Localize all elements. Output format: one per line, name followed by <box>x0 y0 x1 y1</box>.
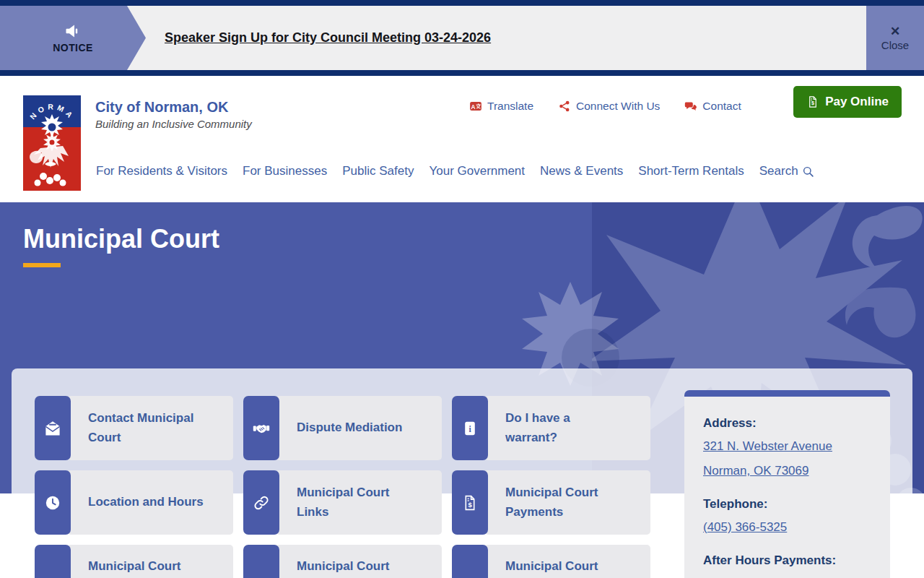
info-card-body: Address: 321 N. Webster Avenue Norman, O… <box>684 397 890 578</box>
nav-item-residents-visitors[interactable]: For Residents & Visitors <box>96 164 227 178</box>
telephone-link[interactable]: (405) 366-5325 <box>703 520 871 535</box>
translate-link[interactable]: Translate <box>469 100 533 113</box>
card-label: Dispute Mediation <box>276 396 442 460</box>
nav-item-short-term-rentals[interactable]: Short-Term Rentals <box>638 164 744 178</box>
site-tagline: Building an Inclusive Community <box>95 118 252 130</box>
page-title: Municipal Court <box>23 224 219 254</box>
notice-link[interactable]: Speaker Sign Up for City Council Meeting… <box>165 30 491 46</box>
site-title[interactable]: City of Norman, OK <box>95 98 252 116</box>
notice-close-button[interactable]: ✕ Close <box>866 6 924 70</box>
card-label: Contact Municipal Court <box>67 396 233 460</box>
address-label: Address: <box>703 416 871 431</box>
info-icon <box>452 396 488 460</box>
search-label: Search <box>759 164 798 178</box>
card-label: Municipal Court <box>484 545 650 578</box>
main-nav: For Residents & Visitors For Businesses … <box>96 164 814 178</box>
nav-item-public-safety[interactable]: Public Safety <box>342 164 414 178</box>
court-service-card[interactable]: Municipal Court Links <box>243 470 442 535</box>
notice-banner: NOTICE Speaker Sign Up for City Council … <box>0 0 924 76</box>
envelope-open-icon <box>35 396 71 460</box>
card-icon-blank <box>243 545 279 578</box>
contact-info-card: Address: 321 N. Webster Avenue Norman, O… <box>684 390 890 578</box>
card-column: Dispute MediationMunicipal Court LinksMu… <box>243 396 442 578</box>
court-service-card[interactable]: Location and Hours <box>35 470 233 535</box>
card-icon-blank <box>452 545 488 578</box>
court-service-card[interactable]: Contact Municipal Court <box>35 396 233 460</box>
court-service-card[interactable]: Municipal Court <box>243 545 442 578</box>
court-service-card[interactable]: Municipal Court Payments <box>452 470 650 535</box>
share-icon <box>558 100 571 113</box>
connect-label: Connect With Us <box>576 100 660 113</box>
card-label: Municipal Court Links <box>276 470 442 535</box>
notice-flag: NOTICE <box>0 6 146 70</box>
contact-link[interactable]: Contact <box>684 100 741 113</box>
title-accent-rule <box>23 263 61 267</box>
card-label: Location and Hours <box>67 470 233 535</box>
address-link-line1[interactable]: 321 N. Webster Avenue <box>703 439 871 454</box>
nav-item-news-events[interactable]: News & Events <box>540 164 623 178</box>
card-column: Contact Municipal CourtLocation and Hour… <box>35 396 233 578</box>
address-link-line2[interactable]: Norman, OK 73069 <box>703 464 871 478</box>
link-icon <box>243 470 279 535</box>
site-header: NORMAN City of Norman, OK Building an In… <box>0 76 924 202</box>
connect-with-us-link[interactable]: Connect With Us <box>558 100 660 113</box>
contact-label: Contact <box>702 100 741 113</box>
after-hours-label: After Hours Payments: <box>703 553 871 568</box>
comments-icon <box>684 100 697 113</box>
clock-icon <box>35 470 71 535</box>
content-panel: Contact Municipal CourtLocation and Hour… <box>12 368 912 578</box>
court-service-card[interactable]: Municipal Court <box>452 545 650 578</box>
search-icon <box>802 165 814 178</box>
close-label: Close <box>881 39 909 51</box>
utility-links: Translate Connect With Us Contact <box>469 100 741 113</box>
court-service-card[interactable]: Municipal Court <box>35 545 233 578</box>
pay-online-label: Pay Online <box>825 95 889 109</box>
card-label: Do I have a warrant? <box>484 396 650 460</box>
info-card-accent-bar <box>684 390 890 397</box>
notice-label: NOTICE <box>53 42 92 53</box>
card-label: Municipal Court <box>276 545 442 578</box>
translate-icon <box>469 100 482 113</box>
close-icon: ✕ <box>890 25 900 38</box>
nav-item-businesses[interactable]: For Businesses <box>243 164 327 178</box>
megaphone-icon <box>64 22 82 40</box>
card-label: Municipal Court <box>67 545 233 578</box>
handshake-icon <box>243 396 279 460</box>
nav-search[interactable]: Search <box>759 164 814 178</box>
nav-item-your-government[interactable]: Your Government <box>429 164 525 178</box>
card-column: Do I have a warrant?Municipal Court Paym… <box>452 396 650 578</box>
city-logo: NORMAN <box>23 95 81 191</box>
card-icon-blank <box>35 545 71 578</box>
court-service-cards: Contact Municipal CourtLocation and Hour… <box>35 396 650 578</box>
invoice-dollar-icon <box>452 470 488 535</box>
site-identity: City of Norman, OK Building an Inclusive… <box>95 98 252 130</box>
telephone-label: Telephone: <box>703 497 871 512</box>
pay-online-button[interactable]: Pay Online <box>793 86 902 118</box>
court-service-card[interactable]: Dispute Mediation <box>243 396 442 460</box>
court-service-card[interactable]: Do I have a warrant? <box>452 396 650 460</box>
card-label: Municipal Court Payments <box>484 470 650 535</box>
translate-label: Translate <box>487 100 533 113</box>
invoice-dollar-icon <box>806 95 819 108</box>
